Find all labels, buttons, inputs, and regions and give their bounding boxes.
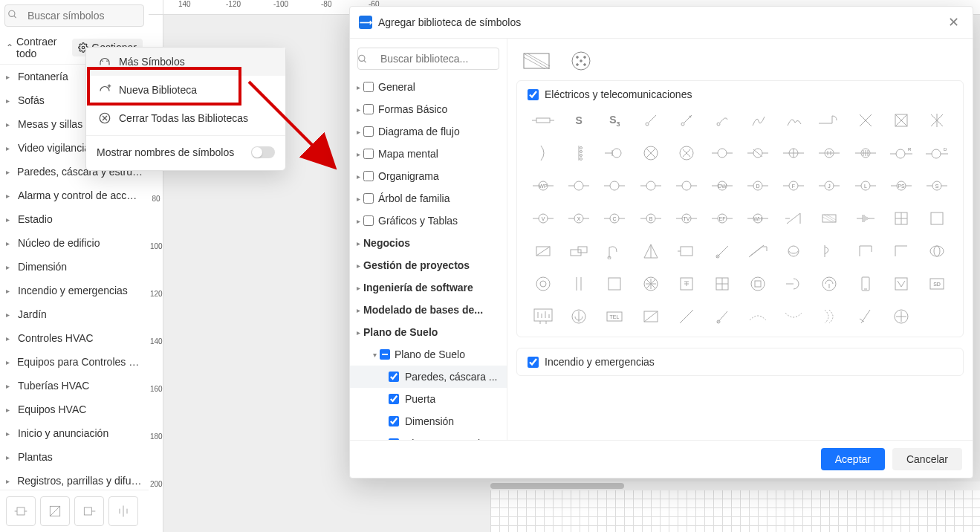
symbol-thumb[interactable] bbox=[742, 239, 773, 264]
symbol-thumb[interactable] bbox=[635, 271, 666, 296]
tree-item[interactable]: ▸Mapa mental bbox=[350, 143, 507, 165]
symbol-thumb[interactable] bbox=[921, 206, 953, 231]
symbol-thumb[interactable] bbox=[814, 304, 845, 329]
symbol-thumb[interactable] bbox=[742, 140, 773, 166]
symbol-thumb[interactable]: C bbox=[599, 206, 630, 231]
symbol-thumb[interactable] bbox=[850, 304, 881, 329]
tool-icon-4[interactable] bbox=[108, 496, 138, 526]
symbol-thumb[interactable] bbox=[528, 108, 559, 133]
tree-child-item[interactable]: Alarma y control ... bbox=[350, 432, 507, 440]
symbol-thumb[interactable] bbox=[599, 271, 630, 296]
symbol-thumb[interactable] bbox=[563, 271, 594, 296]
tree-checkbox[interactable] bbox=[363, 171, 374, 181]
symbol-thumb[interactable] bbox=[742, 271, 773, 296]
tree-checkbox[interactable] bbox=[363, 126, 374, 137]
tree-checkbox[interactable] bbox=[389, 394, 399, 404]
symbol-thumb[interactable] bbox=[671, 271, 702, 296]
symbol-thumb[interactable]: L bbox=[850, 173, 881, 198]
symbol-thumb[interactable]: EF bbox=[707, 206, 738, 231]
sidebar-item[interactable]: ▸Plantas bbox=[0, 445, 149, 469]
symbol-thumb[interactable] bbox=[563, 304, 594, 329]
symbol-thumb[interactable] bbox=[671, 173, 702, 198]
sidebar-item[interactable]: ▸Registros, parrillas y difusor... bbox=[0, 469, 149, 490]
symbol-thumb[interactable]: D bbox=[742, 173, 773, 198]
symbol-thumb[interactable]: D bbox=[921, 140, 953, 166]
preview-symbol[interactable] bbox=[519, 51, 554, 71]
context-close-all[interactable]: Cerrar Todas las Bibliotecas bbox=[86, 104, 285, 132]
symbol-thumb[interactable] bbox=[742, 304, 773, 329]
symbol-thumb[interactable] bbox=[850, 206, 881, 231]
symbol-thumb[interactable]: B bbox=[635, 206, 666, 231]
sidebar-item[interactable]: ▸Equipos para Controles HVAC bbox=[0, 350, 149, 374]
tool-icon-1[interactable] bbox=[6, 496, 36, 526]
tree-item[interactable]: ▸Árbol de familia bbox=[350, 187, 507, 210]
sidebar-item[interactable]: ▸Núcleo de edificio bbox=[0, 231, 149, 255]
symbol-thumb[interactable] bbox=[921, 239, 953, 264]
sidebar-item[interactable]: ▸Jardín bbox=[0, 302, 149, 326]
tree-checkbox[interactable] bbox=[363, 215, 374, 226]
symbol-thumb[interactable] bbox=[814, 140, 845, 166]
tree-item[interactable]: ▸Diagrama de flujo bbox=[350, 120, 507, 143]
tool-icon-3[interactable] bbox=[74, 496, 104, 526]
context-show-names-toggle[interactable]: Mostrar nombres de símbolos bbox=[86, 139, 285, 166]
section-checkbox-fire[interactable] bbox=[528, 357, 539, 368]
symbol-thumb[interactable]: V bbox=[528, 206, 559, 231]
close-icon[interactable]: ✕ bbox=[944, 13, 964, 32]
accept-button[interactable]: Aceptar bbox=[821, 448, 885, 470]
symbol-thumb[interactable] bbox=[635, 239, 666, 264]
tree-item[interactable]: ▸Negocios bbox=[350, 232, 507, 254]
cancel-button[interactable]: Cancelar bbox=[892, 448, 962, 470]
symbol-thumb[interactable] bbox=[814, 271, 845, 296]
sidebar-item[interactable]: ▸Inicio y anunciación bbox=[0, 421, 149, 445]
symbol-thumb[interactable] bbox=[886, 108, 917, 133]
tree-checkbox[interactable] bbox=[389, 416, 399, 426]
tree-checkbox[interactable] bbox=[363, 149, 374, 159]
symbol-thumb[interactable]: TV bbox=[671, 206, 702, 231]
symbol-thumb[interactable] bbox=[671, 140, 702, 166]
symbol-thumb[interactable] bbox=[778, 140, 809, 166]
symbol-thumb[interactable] bbox=[599, 173, 630, 198]
tree-item[interactable]: ▸General bbox=[350, 76, 507, 98]
symbol-thumb[interactable] bbox=[886, 206, 917, 231]
tree-item[interactable]: ▸Gráficos y Tablas bbox=[350, 210, 507, 232]
tree-item[interactable]: ▸Organigrama bbox=[350, 165, 507, 187]
tree-item[interactable]: ▸Modelado de bases de... bbox=[350, 299, 507, 321]
sidebar-item[interactable]: ▸Incendio y emergencias bbox=[0, 279, 149, 302]
symbol-thumb[interactable] bbox=[563, 140, 594, 166]
search-symbols-input[interactable] bbox=[4, 4, 144, 27]
symbol-thumb[interactable] bbox=[814, 206, 845, 231]
symbol-thumb[interactable]: X bbox=[563, 206, 594, 231]
symbol-thumb[interactable] bbox=[528, 239, 559, 264]
tree-item[interactable]: ▸Formas Básico bbox=[350, 98, 507, 120]
symbol-thumb[interactable]: DW bbox=[707, 173, 738, 198]
symbol-thumb[interactable]: S3 bbox=[599, 108, 630, 133]
tree-child-item[interactable]: Puerta bbox=[350, 388, 507, 410]
symbol-thumb[interactable] bbox=[528, 304, 559, 329]
symbol-thumb[interactable] bbox=[528, 271, 559, 296]
tree-item[interactable]: ▸Ingeniería de software bbox=[350, 276, 507, 299]
symbol-thumb[interactable] bbox=[707, 304, 738, 329]
symbol-thumb[interactable] bbox=[707, 108, 738, 133]
symbol-thumb[interactable] bbox=[886, 304, 917, 329]
horizontal-scrollbar[interactable] bbox=[490, 481, 980, 490]
symbol-thumb[interactable] bbox=[778, 271, 809, 296]
symbol-thumb[interactable] bbox=[635, 140, 666, 166]
symbol-thumb[interactable] bbox=[707, 140, 738, 166]
symbol-thumb[interactable]: TEL bbox=[599, 304, 630, 329]
symbol-thumb[interactable] bbox=[921, 304, 953, 329]
symbol-thumb[interactable] bbox=[671, 239, 702, 264]
collapse-all[interactable]: Contraer todo bbox=[16, 36, 72, 59]
symbol-thumb[interactable]: R bbox=[886, 140, 917, 166]
preview-symbol[interactable] bbox=[564, 51, 598, 71]
symbol-thumb[interactable]: S bbox=[921, 173, 953, 198]
checkbox-mixed[interactable] bbox=[380, 349, 390, 360]
symbol-thumb[interactable]: PS bbox=[886, 173, 917, 198]
symbol-thumb[interactable] bbox=[850, 239, 881, 264]
tree-item[interactable]: ▸Plano de Suelo bbox=[350, 321, 507, 343]
context-new-library[interactable]: Nueva Biblioteca bbox=[86, 76, 285, 104]
symbol-thumb[interactable] bbox=[635, 304, 666, 329]
symbol-thumb[interactable] bbox=[814, 108, 845, 133]
sidebar-item[interactable]: ▸Dimensión bbox=[0, 255, 149, 279]
sidebar-item[interactable]: ▸Tuberías HVAC bbox=[0, 374, 149, 398]
symbol-thumb[interactable] bbox=[599, 140, 630, 166]
